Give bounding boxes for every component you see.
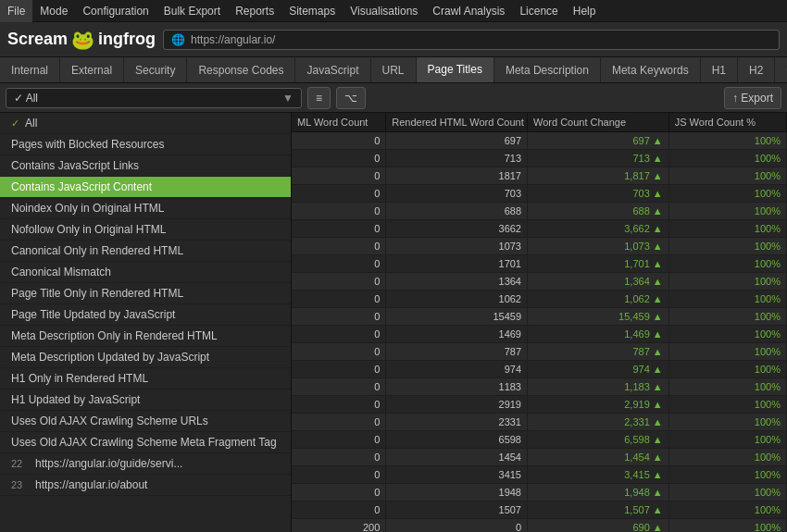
menu-file[interactable]: File bbox=[0, 0, 32, 22]
url-text: https://angular.io/ bbox=[191, 33, 275, 46]
menu-licence[interactable]: Licence bbox=[512, 0, 565, 22]
table-row[interactable]: 014691,469 ▲100% bbox=[292, 326, 787, 343]
table-row[interactable]: 023312,331 ▲100% bbox=[292, 414, 787, 431]
filter-meta-desc-js[interactable]: Meta Description Updated by JavaScript bbox=[0, 347, 291, 368]
table-row[interactable]: 018171,817 ▲100% bbox=[292, 167, 787, 185]
filter-canonical-mismatch[interactable]: Canonical Mismatch bbox=[0, 262, 291, 283]
tab-external[interactable]: External bbox=[60, 57, 124, 83]
filter-dropdown[interactable]: ✓ All ▼ bbox=[6, 88, 302, 108]
table-row[interactable]: 010621,062 ▲100% bbox=[292, 291, 787, 308]
tab-content[interactable]: Content bbox=[775, 57, 787, 83]
tree-view-button[interactable]: ⌥ bbox=[336, 87, 366, 109]
cell-rendered: 1364 bbox=[386, 273, 528, 291]
menu-help[interactable]: Help bbox=[566, 0, 604, 22]
tab-meta-description[interactable]: Meta Description bbox=[494, 57, 601, 83]
cell-ml: 0 bbox=[292, 343, 386, 361]
cell-js-pct: 100% bbox=[668, 361, 786, 378]
filter-h1-js[interactable]: H1 Updated by JavaScript bbox=[0, 390, 291, 411]
menu-crawl-analysis[interactable]: Crawl Analysis bbox=[425, 0, 512, 22]
cell-rendered: 15459 bbox=[386, 308, 528, 326]
tab-h2[interactable]: H2 bbox=[738, 57, 775, 83]
filter-js-content[interactable]: Contains JavaScript Content bbox=[0, 177, 291, 198]
cell-rendered: 703 bbox=[386, 185, 528, 203]
table-row[interactable]: 015071,507 ▲100% bbox=[292, 501, 787, 519]
menu-mode[interactable]: Mode bbox=[32, 0, 75, 22]
cell-change: 713 ▲ bbox=[528, 150, 669, 167]
cell-change: 1,062 ▲ bbox=[528, 291, 669, 308]
cell-ml: 0 bbox=[292, 308, 386, 326]
filter-noindex-html[interactable]: Noindex Only in Original HTML bbox=[0, 198, 291, 219]
cell-change: 690 ▲ bbox=[528, 519, 669, 533]
cell-change: 1,073 ▲ bbox=[528, 238, 669, 255]
tab-meta-keywords[interactable]: Meta Keywords bbox=[601, 57, 701, 83]
table-row[interactable]: 036623,662 ▲100% bbox=[292, 220, 787, 238]
data-table: ML Word Count Rendered HTML Word Count W… bbox=[292, 113, 787, 532]
menu-configuration[interactable]: Configuration bbox=[75, 0, 156, 22]
menu-bulk-export[interactable]: Bulk Export bbox=[156, 0, 228, 22]
table-row[interactable]: 034153,415 ▲100% bbox=[292, 466, 787, 484]
table-row[interactable]: 2000690 ▲100% bbox=[292, 519, 787, 533]
cell-js-pct: 100% bbox=[668, 431, 786, 449]
toolbar: ✓ All ▼ ≡ ⌥ ↑ Export bbox=[0, 83, 787, 113]
table-row[interactable]: 065986,598 ▲100% bbox=[292, 431, 787, 449]
table-row[interactable]: 014541,454 ▲100% bbox=[292, 449, 787, 466]
cell-change: 688 ▲ bbox=[528, 203, 669, 220]
filter-blocked-resources[interactable]: Pages with Blocked Resources bbox=[0, 134, 291, 155]
cell-change: 697 ▲ bbox=[528, 132, 669, 150]
filter-page-title-rendered[interactable]: Page Title Only in Rendered HTML bbox=[0, 283, 291, 304]
filter-url-23[interactable]: 23 https://angular.io/about bbox=[0, 475, 291, 496]
table-row[interactable]: 017011,701 ▲100% bbox=[292, 255, 787, 273]
table-row[interactable]: 0787787 ▲100% bbox=[292, 343, 787, 361]
filter-all[interactable]: ✓ All bbox=[0, 113, 291, 134]
table-row[interactable]: 011831,183 ▲100% bbox=[292, 378, 787, 396]
table-row[interactable]: 0688688 ▲100% bbox=[292, 203, 787, 220]
filter-ajax-urls[interactable]: Uses Old AJAX Crawling Scheme URLs bbox=[0, 411, 291, 432]
cell-change: 1,364 ▲ bbox=[528, 273, 669, 291]
filter-nofollow-html[interactable]: Nofollow Only in Original HTML bbox=[0, 219, 291, 241]
cell-change: 1,701 ▲ bbox=[528, 255, 669, 273]
filter-canonical-rendered[interactable]: Canonical Only in Rendered HTML bbox=[0, 241, 291, 262]
table-row[interactable]: 0703703 ▲100% bbox=[292, 185, 787, 203]
cell-js-pct: 100% bbox=[668, 378, 786, 396]
filter-ajax-meta[interactable]: Uses Old AJAX Crawling Scheme Meta Fragm… bbox=[0, 432, 291, 453]
col-header-rendered[interactable]: Rendered HTML Word Count bbox=[386, 113, 528, 132]
tab-h1[interactable]: H1 bbox=[701, 57, 738, 83]
table-row[interactable]: 013641,364 ▲100% bbox=[292, 273, 787, 291]
tab-internal[interactable]: Internal bbox=[0, 57, 60, 83]
table-row[interactable]: 0974974 ▲100% bbox=[292, 361, 787, 378]
tab-response-codes[interactable]: Response Codes bbox=[187, 57, 295, 83]
filter-item-label: Meta Description Updated by JavaScript bbox=[11, 351, 209, 364]
table-row[interactable]: 0713713 ▲100% bbox=[292, 150, 787, 167]
filter-url-22[interactable]: 22 https://angular.io/guide/servi... bbox=[0, 453, 291, 475]
table-row[interactable]: 01545915,459 ▲100% bbox=[292, 308, 787, 326]
tab-page-titles[interactable]: Page Titles bbox=[417, 57, 494, 83]
url-bar[interactable]: 🌐 https://angular.io/ bbox=[163, 30, 780, 50]
filter-page-title-js[interactable]: Page Title Updated by JavaScript bbox=[0, 304, 291, 326]
tab-javascript[interactable]: JavaScript bbox=[295, 57, 370, 83]
tab-security[interactable]: Security bbox=[124, 57, 187, 83]
list-view-button[interactable]: ≡ bbox=[307, 87, 331, 109]
cell-ml: 0 bbox=[292, 185, 386, 203]
cell-rendered: 713 bbox=[386, 150, 528, 167]
table-row[interactable]: 010731,073 ▲100% bbox=[292, 238, 787, 255]
menu-visualisations[interactable]: Visualisations bbox=[343, 0, 425, 22]
cell-js-pct: 100% bbox=[668, 220, 786, 238]
tab-url[interactable]: URL bbox=[371, 57, 417, 83]
export-button[interactable]: ↑ Export bbox=[724, 87, 781, 109]
menu-sitemaps[interactable]: Sitemaps bbox=[281, 0, 343, 22]
dropdown-arrow-icon: ▼ bbox=[282, 92, 294, 105]
menu-reports[interactable]: Reports bbox=[228, 0, 281, 22]
filter-js-links[interactable]: Contains JavaScript Links bbox=[0, 155, 291, 177]
col-header-ml[interactable]: ML Word Count bbox=[292, 113, 386, 132]
cell-change: 1,948 ▲ bbox=[528, 484, 669, 501]
col-header-change[interactable]: Word Count Change bbox=[528, 113, 669, 132]
filter-h1-rendered[interactable]: H1 Only in Rendered HTML bbox=[0, 368, 291, 390]
filter-meta-desc-rendered[interactable]: Meta Description Only in Rendered HTML bbox=[0, 326, 291, 347]
table-row[interactable]: 0697697 ▲100% bbox=[292, 132, 787, 150]
cell-js-pct: 100% bbox=[668, 308, 786, 326]
cell-ml: 0 bbox=[292, 484, 386, 501]
col-header-js[interactable]: JS Word Count % bbox=[668, 113, 786, 132]
table-row[interactable]: 019481,948 ▲100% bbox=[292, 484, 787, 501]
cell-js-pct: 100% bbox=[668, 501, 786, 519]
table-row[interactable]: 029192,919 ▲100% bbox=[292, 396, 787, 414]
